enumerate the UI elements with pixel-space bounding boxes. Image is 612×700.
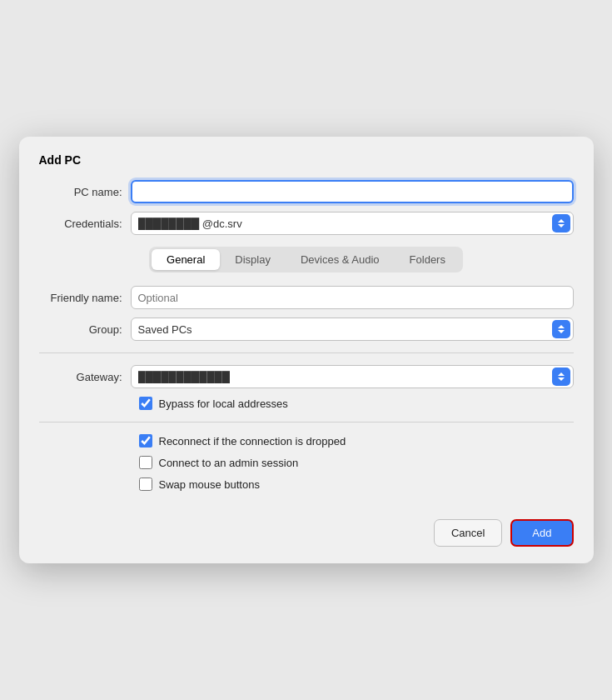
credentials-select[interactable]: ████████ @dc.srv [131,212,574,235]
admin-checkbox-row: Connect to an admin session [39,456,574,469]
bypass-label[interactable]: Bypass for local addresses [159,398,288,410]
pc-name-control [131,180,574,203]
reconnect-checkbox[interactable] [139,434,152,448]
tab-display[interactable]: Display [220,249,286,270]
add-button[interactable]: Add [510,519,573,547]
tab-general[interactable]: General [152,249,220,270]
credentials-select-wrapper: ████████ @dc.srv [131,212,574,235]
add-pc-dialog: Add PC PC name: Credentials: ████████ @d… [19,137,594,563]
tab-devices-audio[interactable]: Devices & Audio [286,249,395,270]
cancel-button[interactable]: Cancel [434,519,502,547]
bypass-checkbox-row: Bypass for local addresses [39,397,574,410]
reconnect-checkbox-row: Reconnect if the connection is dropped [39,434,574,448]
admin-checkbox[interactable] [139,456,152,469]
swap-mouse-checkbox-row: Swap mouse buttons [39,478,574,491]
swap-mouse-label[interactable]: Swap mouse buttons [159,478,260,491]
tabs-section: General Display Devices & Audio Folders [39,247,574,272]
admin-label[interactable]: Connect to an admin session [159,457,299,469]
bottom-buttons: Cancel Add [39,508,574,547]
pc-name-label: PC name: [39,186,131,198]
credentials-control: ████████ @dc.srv [131,212,574,235]
gateway-label: Gateway: [39,371,131,383]
friendly-name-row: Friendly name: [39,286,574,309]
tabs-bar: General Display Devices & Audio Folders [149,247,463,272]
gateway-select[interactable]: ████████████ [131,365,574,388]
group-select-wrapper: Saved PCs [131,318,574,341]
credentials-label: Credentials: [39,218,131,230]
tab-content-general: Friendly name: Group: Saved PCs Gateway: [39,286,574,491]
pc-name-input[interactable] [131,180,574,203]
friendly-name-label: Friendly name: [39,292,131,304]
group-select[interactable]: Saved PCs [131,318,574,341]
bypass-checkbox[interactable] [139,397,152,410]
credentials-row: Credentials: ████████ @dc.srv [39,212,574,235]
group-label: Group: [39,323,131,336]
gateway-control: ████████████ [131,365,574,388]
group-control: Saved PCs [131,318,574,341]
swap-mouse-checkbox[interactable] [139,478,152,491]
divider-2 [39,422,574,422]
friendly-name-control [131,286,574,309]
gateway-select-wrapper: ████████████ [131,365,574,388]
pc-name-row: PC name: [39,180,574,203]
gateway-row: Gateway: ████████████ [39,365,574,388]
tab-folders[interactable]: Folders [395,249,460,270]
friendly-name-input[interactable] [131,286,574,309]
dialog-title: Add PC [39,153,574,167]
divider-1 [39,352,574,353]
group-row: Group: Saved PCs [39,318,574,341]
reconnect-label[interactable]: Reconnect if the connection is dropped [159,435,346,448]
